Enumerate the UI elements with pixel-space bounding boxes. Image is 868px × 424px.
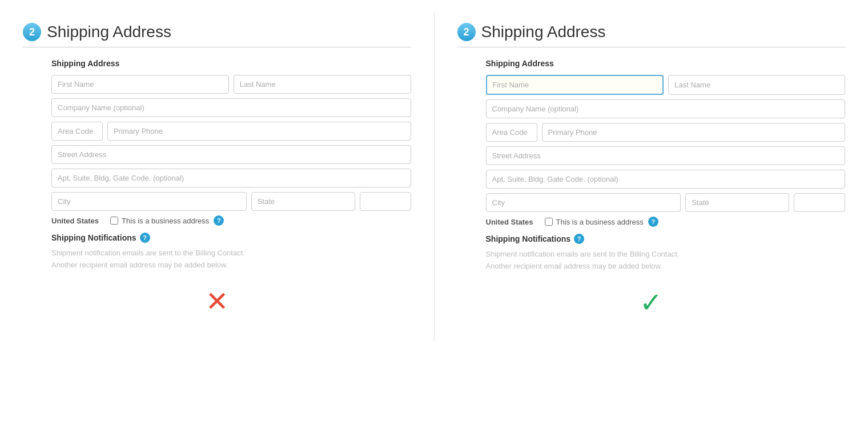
left-business-row: This is a business address ? [110, 215, 224, 226]
left-last-name-input[interactable] [234, 75, 411, 94]
right-business-help-icon[interactable]: ? [648, 217, 658, 227]
right-panel: 2 Shipping Address Shipping Address [435, 11, 869, 341]
left-state-input[interactable] [251, 192, 355, 211]
right-divider [457, 47, 846, 47]
left-notifications-header: Shipping Notifications ? [51, 233, 411, 243]
left-error-icon: ✕ [206, 285, 228, 317]
left-city-input[interactable] [51, 192, 247, 211]
right-last-name-input[interactable] [668, 75, 845, 95]
left-street-row [51, 145, 411, 164]
right-name-row [486, 75, 846, 95]
left-first-name-input[interactable] [51, 75, 229, 94]
right-country-row: United States This is a business address… [486, 217, 846, 227]
right-city-state-row: 34593 [486, 193, 846, 212]
right-apt-input[interactable] [486, 170, 846, 189]
left-notifications-help-icon[interactable]: ? [140, 233, 150, 243]
right-phone-row [486, 123, 846, 142]
left-phone-row [51, 122, 411, 141]
left-business-checkbox[interactable] [110, 217, 118, 225]
left-notifications-line2: Another recipient email address may be a… [51, 259, 411, 271]
left-divider [23, 47, 411, 47]
right-country-label: United States [486, 218, 533, 226]
left-business-help-icon[interactable]: ? [214, 215, 224, 226]
right-section-header: 2 Shipping Address [457, 23, 846, 41]
left-result-icon-container: ✕ [23, 285, 411, 317]
right-notifications-header: Shipping Notifications ? [486, 234, 846, 244]
right-success-icon: ✓ [640, 286, 662, 318]
right-primary-phone-input[interactable] [542, 123, 846, 142]
left-country-label: United States [51, 217, 99, 225]
right-street-row [486, 146, 846, 165]
left-step-badge: 2 [23, 23, 41, 41]
right-notifications-help-icon[interactable]: ? [574, 234, 584, 244]
right-notifications-text: Shipment notification emails are sent to… [486, 249, 846, 273]
right-notifications-line2: Another recipient email address may be a… [486, 261, 846, 273]
left-business-label: This is a business address [122, 217, 209, 225]
right-first-name-input[interactable] [486, 75, 664, 95]
left-apt-input[interactable] [51, 169, 411, 187]
right-result-icon-container: ✓ [457, 286, 846, 318]
right-state-input[interactable] [685, 193, 789, 212]
left-notifications-label: Shipping Notifications [51, 233, 136, 242]
right-step-badge: 2 [457, 23, 476, 41]
right-form-area: 34593 United States This is a business a… [486, 75, 846, 227]
right-apt-row [486, 170, 846, 189]
right-notifications-label: Shipping Notifications [486, 234, 571, 243]
left-form-area: 34593 United States This is a business a… [51, 75, 411, 226]
left-primary-phone-input[interactable] [107, 122, 411, 141]
left-city-state-row: 34593 [51, 192, 411, 211]
left-panel: 2 Shipping Address Shipping Address [0, 11, 434, 341]
right-business-row: This is a business address ? [545, 217, 658, 227]
right-business-label: This is a business address [556, 218, 644, 226]
right-company-input[interactable] [486, 99, 846, 118]
left-country-row: United States This is a business address… [51, 215, 411, 226]
left-subsection-label: Shipping Address [51, 59, 411, 68]
right-area-code-input[interactable] [486, 123, 537, 142]
left-section-title: Shipping Address [47, 23, 171, 41]
right-business-checkbox[interactable] [545, 218, 553, 226]
left-street-input[interactable] [51, 145, 411, 164]
left-area-code-input[interactable] [51, 122, 103, 141]
right-zip-input[interactable]: 34593 [794, 193, 845, 212]
left-section-header: 2 Shipping Address [23, 23, 411, 41]
right-company-row [486, 99, 846, 118]
right-street-input[interactable] [486, 146, 846, 165]
left-apt-row [51, 169, 411, 187]
left-notifications-text: Shipment notification emails are sent to… [51, 247, 411, 271]
left-notifications-line1: Shipment notification emails are sent to… [51, 247, 411, 259]
left-company-row [51, 98, 411, 117]
page-wrapper: 2 Shipping Address Shipping Address [0, 11, 868, 341]
left-company-input[interactable] [51, 98, 411, 117]
right-notifications-line1: Shipment notification emails are sent to… [486, 249, 846, 261]
left-name-row [51, 75, 411, 94]
right-subsection-label: Shipping Address [486, 59, 846, 68]
right-section-title: Shipping Address [481, 23, 606, 41]
left-zip-input[interactable]: 34593 [360, 192, 411, 211]
right-city-input[interactable] [486, 193, 681, 212]
